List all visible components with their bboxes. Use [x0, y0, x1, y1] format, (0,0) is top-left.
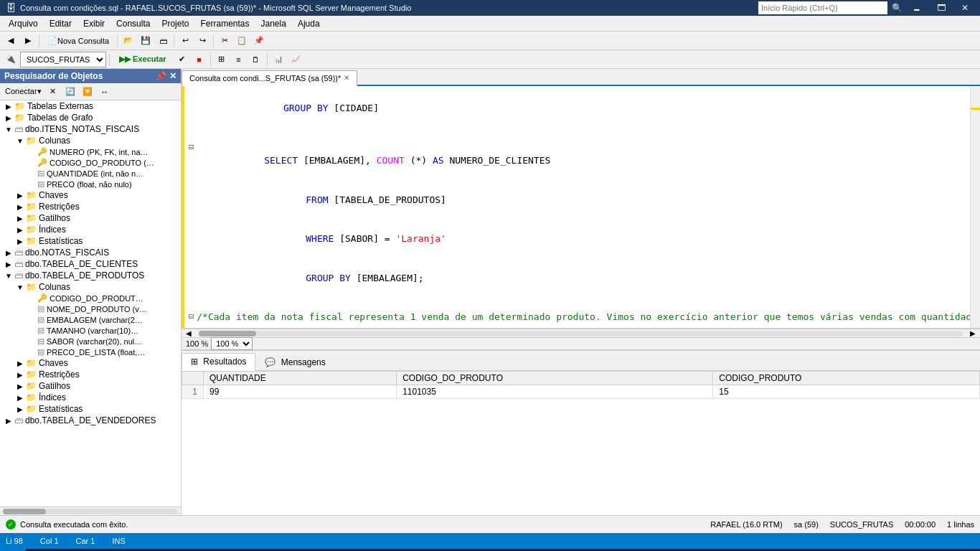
oe-refresh-button[interactable]: 🔄 [62, 84, 78, 100]
save-button[interactable]: 💾 [138, 33, 154, 49]
expand-icon[interactable]: ▶ [3, 114, 14, 122]
expand-icon[interactable]: ▶ [3, 103, 14, 110]
expand-icon[interactable]: ▶ [3, 249, 14, 257]
tree-item-codigo-produto-prod[interactable]: 🔑 CODIGO_DO_PRODUT… [0, 293, 181, 303]
oe-filter-button[interactable]: 🔽 [80, 84, 95, 100]
oe-pin-icon[interactable]: 📌 [156, 71, 166, 81]
code-editor[interactable]: GROUP BY [CIDADE] ⊟ SELECT [EMBALAGEM], … [182, 86, 980, 329]
new-query-button[interactable]: 📄 Nova Consulta [42, 33, 114, 49]
expand-icon[interactable]: ▶ [14, 382, 26, 390]
oe-disconnect-button[interactable]: ✕ [45, 84, 61, 100]
scroll-left-button[interactable]: ◀ [182, 329, 196, 337]
tree-item-numero[interactable]: 🔑 NUMERO (PK, FK, int, na… [0, 146, 181, 157]
execute-button[interactable]: ▶ ▶ Executar [113, 52, 173, 67]
tree-item-restricoes-itens[interactable]: ▶ 📁 Restrições [0, 201, 181, 212]
expand-icon[interactable]: ▼ [14, 283, 26, 291]
paste-button[interactable]: 📌 [251, 33, 267, 49]
tree-item-tamanho[interactable]: ▤ TAMANHO (varchar(10)… [0, 325, 181, 336]
maximize-button[interactable]: 🗖 [931, 0, 951, 16]
check-button[interactable]: ✔ [174, 52, 190, 67]
show-estimated-button[interactable]: 📈 [288, 52, 303, 67]
expand-icon[interactable]: ▶ [14, 371, 26, 379]
database-dropdown[interactable]: SUCOS_FRUTAS [20, 52, 106, 67]
oe-sync-button[interactable]: ↔ [97, 84, 113, 100]
expand-icon[interactable]: ▶ [3, 417, 14, 425]
collapse-comment-icon[interactable]: ⊟ [189, 311, 194, 324]
editor-tab-main[interactable]: Consulta com condi...S_FRUTAS (sa (59))*… [182, 70, 357, 86]
results-tab-mensagens[interactable]: 💬 Mensagens [255, 354, 334, 370]
tree-item-sabor[interactable]: ▤ SABOR (varchar(20), nul… [0, 336, 181, 347]
save-all-button[interactable]: 🗃 [155, 33, 171, 49]
expand-icon[interactable]: ▶ [14, 203, 26, 211]
tree-item-chaves-prod[interactable]: ▶ 📁 Chaves [0, 357, 181, 369]
tree-item-chaves-itens[interactable]: ▶ 📁 Chaves [0, 189, 181, 201]
expand-icon[interactable]: ▶ [14, 394, 26, 402]
menu-ferramentas[interactable]: Ferramentas [194, 17, 255, 30]
copy-button[interactable]: 📋 [234, 33, 250, 49]
tab-close-icon[interactable]: ✕ [344, 74, 349, 82]
menu-ajuda[interactable]: Ajuda [292, 17, 326, 30]
tree-item-tabela-produtos[interactable]: ▼ 🗃 dbo.TABELA_DE_PRODUTOS [0, 270, 181, 281]
include-actual-button[interactable]: 📊 [270, 52, 286, 67]
open-button[interactable]: 📂 [121, 33, 136, 49]
menu-editar[interactable]: Editar [44, 17, 77, 30]
expand-icon[interactable]: ▶ [14, 237, 26, 245]
expand-icon[interactable]: ▼ [3, 126, 14, 133]
scroll-bar[interactable] [970, 86, 980, 328]
expand-icon[interactable]: ▶ [14, 359, 26, 367]
tree-item-nome-produto[interactable]: ▤ NOME_DO_PRODUTO (v… [0, 303, 181, 314]
menu-arquivo[interactable]: Arquivo [3, 17, 44, 30]
minimize-button[interactable]: 🗕 [907, 0, 927, 16]
menu-projeto[interactable]: Projeto [156, 17, 194, 30]
expand-icon[interactable]: ▼ [3, 272, 14, 280]
tree-item-colunas-itens[interactable]: ▼ 📁 Colunas [0, 135, 181, 146]
menu-exibir[interactable]: Exibir [77, 17, 110, 30]
forward-button[interactable]: ▶ [20, 33, 36, 49]
tree-item-notas-fiscais[interactable]: ▶ 🗃 dbo.NOTAS_FISCAIS [0, 247, 181, 258]
zoom-select[interactable]: 100 % 75 % 150 % [211, 337, 253, 350]
tree-item-estatisticas-prod[interactable]: ▶ 📁 Estatísticas [0, 403, 181, 415]
tree-item-codigo-produto-itens[interactable]: 🔑 CODIGO_DO_PRODUTO (… [0, 157, 181, 168]
tree-item-estatisticas-itens[interactable]: ▶ 📁 Estatísticas [0, 235, 181, 247]
tree-item-indices-itens[interactable]: ▶ 📁 Índices [0, 224, 181, 235]
tree-item-tabelas-grafo[interactable]: ▶ 📁 Tabelas de Grafo [0, 112, 181, 123]
tree-item-itens-notas[interactable]: ▼ 🗃 dbo.ITENS_NOTAS_FISCAIS [0, 123, 181, 135]
tree-item-embalagem[interactable]: ▤ EMBALAGEM (varchar(2… [0, 314, 181, 325]
redo-button[interactable]: ↪ [194, 33, 210, 49]
results-tab-resultados[interactable]: ⊞ Resultados [182, 353, 255, 371]
expand-icon[interactable]: ▶ [14, 405, 26, 413]
quick-search-input[interactable] [758, 1, 887, 14]
results-file-button[interactable]: 🗒 [248, 52, 264, 67]
back-button[interactable]: ◀ [3, 33, 19, 49]
expand-icon[interactable]: ▼ [14, 137, 26, 145]
tree-item-preco-itens[interactable]: ▤ PRECO (float, não nulo) [0, 179, 181, 189]
scroll-right-button[interactable]: ▶ [966, 329, 980, 337]
tree-item-indices-prod[interactable]: ▶ 📁 Índices [0, 392, 181, 403]
tree-item-tabela-vendedores[interactable]: ▶ 🗃 dbo.TABELA_DE_VENDEDORES [0, 415, 181, 426]
tree-item-quantidade[interactable]: ▤ QUANTIDADE (int, não n… [0, 168, 181, 179]
expand-icon[interactable]: ▶ [14, 192, 26, 199]
results-text-button[interactable]: ≡ [231, 52, 247, 67]
tree-item-preco-lista[interactable]: ▤ PRECO_DE_LISTA (float,… [0, 347, 181, 357]
tree-item-colunas-produtos[interactable]: ▼ 📁 Colunas [0, 281, 181, 293]
expand-icon[interactable]: ▶ [14, 226, 26, 234]
cut-button[interactable]: ✂ [217, 33, 232, 49]
tree-item-tabelas-externas[interactable]: ▶ 📁 Tabelas Externas [0, 100, 181, 112]
tree-item-restricoes-prod[interactable]: ▶ 📁 Restrições [0, 369, 181, 380]
collapse-icon[interactable]: ⊟ [189, 141, 194, 181]
tree-item-gatilhos-prod[interactable]: ▶ 📁 Gatilhos [0, 380, 181, 392]
tree-item-gatilhos-itens[interactable]: ▶ 📁 Gatilhos [0, 212, 181, 224]
expand-icon[interactable]: ▶ [14, 215, 26, 222]
hscroll-thumb[interactable] [199, 331, 256, 336]
tree-item-tabela-clientes[interactable]: ▶ 🗃 dbo.TABELA_DE_CLIENTES [0, 258, 181, 270]
oe-close-icon[interactable]: ✕ [169, 71, 176, 81]
results-grid-button[interactable]: ⊞ [214, 52, 230, 67]
expand-icon[interactable]: ▶ [3, 260, 14, 268]
menu-janela[interactable]: Janela [255, 17, 292, 30]
undo-button[interactable]: ↩ [177, 33, 193, 49]
close-button[interactable]: ✕ [956, 0, 974, 16]
connect-button[interactable]: 🔌 [3, 52, 19, 67]
menu-consulta[interactable]: Consulta [110, 17, 156, 30]
oe-scroll-thumb[interactable] [3, 509, 46, 514]
oe-connect-button[interactable]: Conectar▾ [3, 84, 44, 100]
